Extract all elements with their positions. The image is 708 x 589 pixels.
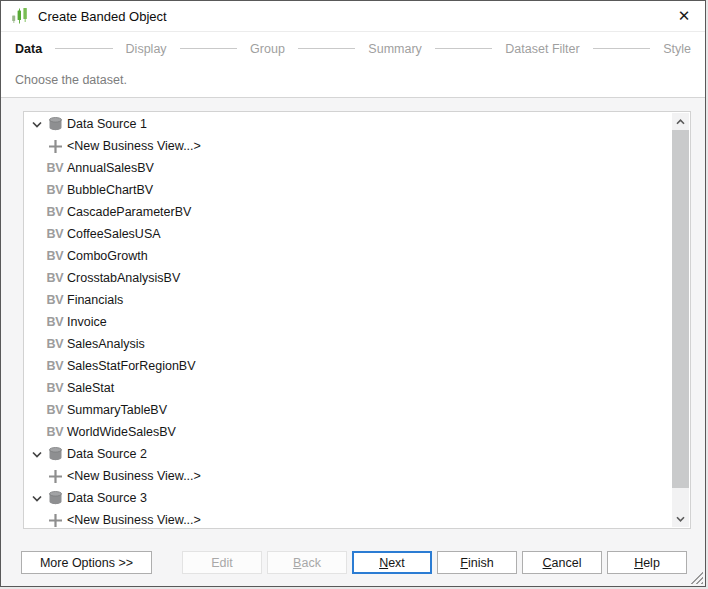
- tree-node-label: Invoice: [67, 315, 107, 329]
- stepper-connector: [435, 48, 493, 49]
- database-icon: [45, 117, 65, 131]
- bv-icon-text: BV: [47, 250, 64, 263]
- tree-node-label: Data Source 3: [67, 491, 147, 505]
- stepper-connector: [180, 48, 238, 49]
- scroll-up-button[interactable]: [672, 113, 689, 130]
- dataset-listbox: Data Source 1<New Business View...>BVAnn…: [23, 111, 691, 529]
- tree-node-label: BubbleChartBV: [67, 183, 153, 197]
- stepper-connector: [593, 48, 651, 49]
- tree-node-business-view[interactable]: BVFinancials: [25, 289, 672, 311]
- prompt-text: Choose the dataset.: [15, 73, 127, 87]
- next-button[interactable]: Next: [352, 551, 432, 574]
- tree-node-label: SalesAnalysis: [67, 337, 145, 351]
- close-icon[interactable]: ✕: [673, 5, 695, 27]
- step-dataset-filter[interactable]: Dataset Filter: [505, 42, 579, 56]
- tree-node-label: CascadeParameterBV: [67, 205, 191, 219]
- tree-node-business-view[interactable]: BVCoffeeSalesUSA: [25, 223, 672, 245]
- stepper-connector: [298, 48, 356, 49]
- bv-icon: BV: [45, 184, 65, 197]
- help-button[interactable]: Help: [607, 551, 687, 574]
- dataset-tree: Data Source 1<New Business View...>BVAnn…: [25, 113, 672, 527]
- bv-icon-text: BV: [47, 338, 64, 351]
- bv-icon-text: BV: [47, 316, 64, 329]
- bv-icon-text: BV: [47, 206, 64, 219]
- window-title: Create Banded Object: [38, 9, 167, 24]
- bv-icon-text: BV: [47, 184, 64, 197]
- prompt-row: Choose the dataset.: [1, 65, 705, 98]
- tree-node-label: Data Source 2: [67, 447, 147, 461]
- chevron-down-icon: [29, 121, 45, 128]
- bv-icon-text: BV: [47, 272, 64, 285]
- tree-node-business-view[interactable]: BVWorldWideSalesBV: [25, 421, 672, 443]
- plus-icon: [45, 513, 65, 528]
- tree-node-business-view[interactable]: BVCascadeParameterBV: [25, 201, 672, 223]
- bv-icon-text: BV: [47, 426, 64, 439]
- action-buttons: Edit Back Next Finish Cancel Help: [182, 551, 687, 574]
- tree-node-business-view[interactable]: BVSalesStatForRegionBV: [25, 355, 672, 377]
- vertical-scrollbar[interactable]: [672, 113, 689, 527]
- plus-icon: [45, 139, 65, 154]
- chevron-down-icon: [29, 495, 45, 502]
- scrollbar-thumb[interactable]: [672, 130, 689, 488]
- tree-node-business-view[interactable]: BVBubbleChartBV: [25, 179, 672, 201]
- tree-node-label: CrosstabAnalysisBV: [67, 271, 180, 285]
- tree-node-label: SaleStat: [67, 381, 114, 395]
- tree-node-data-source[interactable]: Data Source 1: [25, 113, 672, 135]
- tree-node-data-source[interactable]: Data Source 2: [25, 443, 672, 465]
- create-banded-object-dialog: Create Banded Object ✕ Data Display Grou…: [0, 0, 706, 587]
- bv-icon: BV: [45, 404, 65, 417]
- bv-icon: BV: [45, 360, 65, 373]
- bv-icon-text: BV: [47, 382, 64, 395]
- step-style[interactable]: Style: [663, 42, 691, 56]
- tree-node-business-view[interactable]: BVSaleStat: [25, 377, 672, 399]
- tree-node-new-business-view[interactable]: <New Business View...>: [25, 509, 672, 527]
- tree-node-label: <New Business View...>: [67, 513, 201, 527]
- tree-node-label: AnnualSalesBV: [67, 161, 154, 175]
- step-summary[interactable]: Summary: [368, 42, 421, 56]
- tree-node-business-view[interactable]: BVAnnualSalesBV: [25, 157, 672, 179]
- wizard-stepper: Data Display Group Summary Dataset Filte…: [1, 32, 705, 65]
- tree-node-label: <New Business View...>: [67, 469, 201, 483]
- step-group[interactable]: Group: [250, 42, 285, 56]
- tree-node-business-view[interactable]: BVInvoice: [25, 311, 672, 333]
- bv-icon-text: BV: [47, 228, 64, 241]
- tree-node-label: CoffeeSalesUSA: [67, 227, 161, 241]
- bv-icon: BV: [45, 162, 65, 175]
- tree-node-label: Financials: [67, 293, 123, 307]
- bv-icon: BV: [45, 206, 65, 219]
- database-icon: [45, 491, 65, 505]
- finish-button[interactable]: Finish: [437, 551, 517, 574]
- plus-icon: [45, 469, 65, 484]
- bv-icon: BV: [45, 316, 65, 329]
- bv-icon-text: BV: [47, 404, 64, 417]
- edit-button: Edit: [182, 551, 262, 574]
- tree-node-label: <New Business View...>: [67, 139, 201, 153]
- back-button: Back: [267, 551, 347, 574]
- tree-node-data-source[interactable]: Data Source 3: [25, 487, 672, 509]
- tree-node-business-view[interactable]: BVCrosstabAnalysisBV: [25, 267, 672, 289]
- tree-node-label: WorldWideSalesBV: [67, 425, 176, 439]
- stepper-connector: [55, 48, 113, 49]
- step-data[interactable]: Data: [15, 42, 42, 56]
- database-icon: [45, 447, 65, 461]
- tree-node-business-view[interactable]: BVSummaryTableBV: [25, 399, 672, 421]
- tree-node-new-business-view[interactable]: <New Business View...>: [25, 465, 672, 487]
- more-options-button[interactable]: More Options >>: [21, 551, 152, 574]
- step-display[interactable]: Display: [126, 42, 167, 56]
- bv-icon: BV: [45, 228, 65, 241]
- scroll-down-button[interactable]: [672, 510, 689, 527]
- bv-icon-text: BV: [47, 360, 64, 373]
- tree-node-business-view[interactable]: BVComboGrowth: [25, 245, 672, 267]
- dialog-body: Data Source 1<New Business View...>BVAnn…: [1, 99, 705, 586]
- chevron-down-icon: [29, 451, 45, 458]
- bv-icon: BV: [45, 272, 65, 285]
- cancel-button[interactable]: Cancel: [522, 551, 602, 574]
- tree-node-new-business-view[interactable]: <New Business View...>: [25, 135, 672, 157]
- app-icon: [11, 7, 29, 25]
- button-bar: More Options >> Edit Back Next Finish Ca…: [21, 551, 687, 574]
- tree-node-label: Data Source 1: [67, 117, 147, 131]
- bv-icon: BV: [45, 338, 65, 351]
- tree-node-business-view[interactable]: BVSalesAnalysis: [25, 333, 672, 355]
- bv-icon-text: BV: [47, 162, 64, 175]
- tree-node-label: SalesStatForRegionBV: [67, 359, 196, 373]
